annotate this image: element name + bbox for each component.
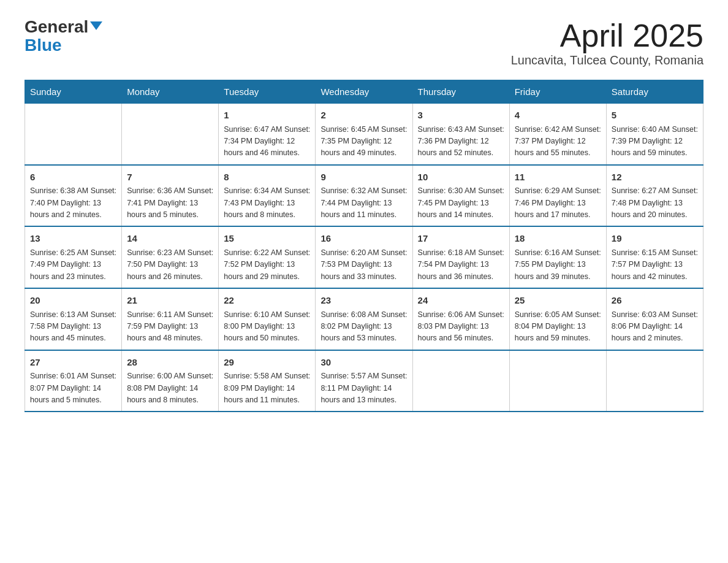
day-number: 9	[320, 170, 407, 185]
day-info: Sunrise: 6:20 AM Sunset: 7:53 PM Dayligh…	[320, 247, 407, 283]
calendar-cell: 29Sunrise: 5:58 AM Sunset: 8:09 PM Dayli…	[219, 350, 316, 412]
calendar-cell: 23Sunrise: 6:08 AM Sunset: 8:02 PM Dayli…	[316, 288, 412, 350]
calendar-week-2: 6Sunrise: 6:38 AM Sunset: 7:40 PM Daylig…	[25, 165, 703, 227]
calendar-cell: 18Sunrise: 6:16 AM Sunset: 7:55 PM Dayli…	[509, 226, 606, 288]
calendar-week-1: 1Sunrise: 6:47 AM Sunset: 7:34 PM Daylig…	[25, 104, 703, 165]
title-block: April 2025 Luncavita, Tulcea County, Rom…	[511, 18, 703, 67]
day-number: 24	[418, 294, 504, 308]
page-header: General Blue April 2025 Luncavita, Tulce…	[25, 18, 703, 67]
day-info: Sunrise: 6:38 AM Sunset: 7:40 PM Dayligh…	[30, 185, 116, 221]
day-number: 7	[127, 170, 213, 185]
calendar-week-3: 13Sunrise: 6:25 AM Sunset: 7:49 PM Dayli…	[25, 226, 703, 288]
day-number: 30	[320, 356, 407, 370]
calendar-cell: 6Sunrise: 6:38 AM Sunset: 7:40 PM Daylig…	[25, 165, 122, 227]
day-info: Sunrise: 5:57 AM Sunset: 8:11 PM Dayligh…	[320, 370, 407, 406]
day-info: Sunrise: 5:58 AM Sunset: 8:09 PM Dayligh…	[224, 370, 310, 406]
calendar-week-5: 27Sunrise: 6:01 AM Sunset: 8:07 PM Dayli…	[25, 350, 703, 412]
calendar-cell: 21Sunrise: 6:11 AM Sunset: 7:59 PM Dayli…	[122, 288, 219, 350]
calendar-cell: 20Sunrise: 6:13 AM Sunset: 7:58 PM Dayli…	[25, 288, 122, 350]
header-friday: Friday	[509, 80, 606, 104]
calendar-cell: 5Sunrise: 6:40 AM Sunset: 7:39 PM Daylig…	[606, 104, 703, 165]
calendar-cell: 9Sunrise: 6:32 AM Sunset: 7:44 PM Daylig…	[316, 165, 412, 227]
day-info: Sunrise: 6:11 AM Sunset: 7:59 PM Dayligh…	[127, 309, 213, 345]
day-number: 11	[515, 170, 601, 185]
day-info: Sunrise: 6:32 AM Sunset: 7:44 PM Dayligh…	[320, 185, 407, 221]
day-info: Sunrise: 6:01 AM Sunset: 8:07 PM Dayligh…	[30, 370, 116, 406]
calendar-cell	[606, 350, 703, 412]
day-number: 19	[612, 232, 698, 246]
calendar-cell: 19Sunrise: 6:15 AM Sunset: 7:57 PM Dayli…	[606, 226, 703, 288]
calendar-cell	[412, 350, 509, 412]
calendar-table: SundayMondayTuesdayWednesdayThursdayFrid…	[25, 80, 703, 412]
calendar-cell	[122, 104, 219, 165]
calendar-week-4: 20Sunrise: 6:13 AM Sunset: 7:58 PM Dayli…	[25, 288, 703, 350]
day-number: 20	[30, 294, 116, 308]
day-info: Sunrise: 6:27 AM Sunset: 7:48 PM Dayligh…	[612, 185, 698, 221]
day-number: 26	[612, 294, 698, 308]
logo-blue-text: Blue	[25, 36, 102, 55]
logo-triangle-icon	[90, 21, 102, 30]
header-sunday: Sunday	[25, 80, 122, 104]
calendar-cell: 4Sunrise: 6:42 AM Sunset: 7:37 PM Daylig…	[509, 104, 606, 165]
day-info: Sunrise: 6:43 AM Sunset: 7:36 PM Dayligh…	[418, 124, 504, 159]
calendar-cell: 12Sunrise: 6:27 AM Sunset: 7:48 PM Dayli…	[606, 165, 703, 227]
day-number: 2	[320, 109, 407, 123]
logo: General Blue	[25, 18, 102, 55]
calendar-cell: 8Sunrise: 6:34 AM Sunset: 7:43 PM Daylig…	[219, 165, 316, 227]
day-info: Sunrise: 6:15 AM Sunset: 7:57 PM Dayligh…	[612, 247, 698, 283]
calendar-cell: 30Sunrise: 5:57 AM Sunset: 8:11 PM Dayli…	[316, 350, 412, 412]
calendar-title: April 2025	[511, 18, 703, 53]
day-number: 14	[127, 232, 213, 246]
day-info: Sunrise: 6:47 AM Sunset: 7:34 PM Dayligh…	[224, 124, 310, 159]
day-info: Sunrise: 6:30 AM Sunset: 7:45 PM Dayligh…	[418, 185, 504, 221]
calendar-cell: 1Sunrise: 6:47 AM Sunset: 7:34 PM Daylig…	[219, 104, 316, 165]
calendar-cell: 26Sunrise: 6:03 AM Sunset: 8:06 PM Dayli…	[606, 288, 703, 350]
header-thursday: Thursday	[412, 80, 509, 104]
day-number: 3	[418, 109, 504, 123]
day-info: Sunrise: 6:40 AM Sunset: 7:39 PM Dayligh…	[612, 124, 698, 159]
calendar-cell: 16Sunrise: 6:20 AM Sunset: 7:53 PM Dayli…	[316, 226, 412, 288]
header-wednesday: Wednesday	[316, 80, 412, 104]
day-info: Sunrise: 6:10 AM Sunset: 8:00 PM Dayligh…	[224, 309, 310, 345]
calendar-body: 1Sunrise: 6:47 AM Sunset: 7:34 PM Daylig…	[25, 104, 703, 412]
day-info: Sunrise: 6:36 AM Sunset: 7:41 PM Dayligh…	[127, 185, 213, 221]
calendar-cell	[25, 104, 122, 165]
day-number: 18	[515, 232, 601, 246]
calendar-cell: 11Sunrise: 6:29 AM Sunset: 7:46 PM Dayli…	[509, 165, 606, 227]
calendar-cell: 10Sunrise: 6:30 AM Sunset: 7:45 PM Dayli…	[412, 165, 509, 227]
logo-general: General	[25, 17, 88, 36]
day-info: Sunrise: 6:05 AM Sunset: 8:04 PM Dayligh…	[515, 309, 601, 345]
day-number: 23	[320, 294, 407, 308]
day-info: Sunrise: 6:13 AM Sunset: 7:58 PM Dayligh…	[30, 309, 116, 345]
day-number: 25	[515, 294, 601, 308]
calendar-cell: 28Sunrise: 6:00 AM Sunset: 8:08 PM Dayli…	[122, 350, 219, 412]
day-info: Sunrise: 6:18 AM Sunset: 7:54 PM Dayligh…	[418, 247, 504, 283]
calendar-subtitle: Luncavita, Tulcea County, Romania	[511, 53, 703, 67]
day-number: 21	[127, 294, 213, 308]
day-info: Sunrise: 6:45 AM Sunset: 7:35 PM Dayligh…	[320, 124, 407, 159]
day-info: Sunrise: 6:42 AM Sunset: 7:37 PM Dayligh…	[515, 124, 601, 159]
day-number: 17	[418, 232, 504, 246]
logo-text: General	[25, 18, 102, 36]
day-number: 13	[30, 232, 116, 246]
calendar-cell: 25Sunrise: 6:05 AM Sunset: 8:04 PM Dayli…	[509, 288, 606, 350]
calendar-cell: 24Sunrise: 6:06 AM Sunset: 8:03 PM Dayli…	[412, 288, 509, 350]
day-number: 15	[224, 232, 310, 246]
day-info: Sunrise: 6:16 AM Sunset: 7:55 PM Dayligh…	[515, 247, 601, 283]
day-info: Sunrise: 6:00 AM Sunset: 8:08 PM Dayligh…	[127, 370, 213, 406]
day-number: 27	[30, 356, 116, 370]
day-number: 16	[320, 232, 407, 246]
day-number: 5	[612, 109, 698, 123]
day-info: Sunrise: 6:25 AM Sunset: 7:49 PM Dayligh…	[30, 247, 116, 283]
day-number: 4	[515, 109, 601, 123]
day-number: 28	[127, 356, 213, 370]
day-info: Sunrise: 6:23 AM Sunset: 7:50 PM Dayligh…	[127, 247, 213, 283]
day-info: Sunrise: 6:06 AM Sunset: 8:03 PM Dayligh…	[418, 309, 504, 345]
calendar-cell: 15Sunrise: 6:22 AM Sunset: 7:52 PM Dayli…	[219, 226, 316, 288]
calendar-cell: 3Sunrise: 6:43 AM Sunset: 7:36 PM Daylig…	[412, 104, 509, 165]
day-info: Sunrise: 6:08 AM Sunset: 8:02 PM Dayligh…	[320, 309, 407, 345]
day-info: Sunrise: 6:03 AM Sunset: 8:06 PM Dayligh…	[612, 309, 698, 345]
calendar-cell: 13Sunrise: 6:25 AM Sunset: 7:49 PM Dayli…	[25, 226, 122, 288]
day-number: 10	[418, 170, 504, 185]
calendar-cell: 14Sunrise: 6:23 AM Sunset: 7:50 PM Dayli…	[122, 226, 219, 288]
